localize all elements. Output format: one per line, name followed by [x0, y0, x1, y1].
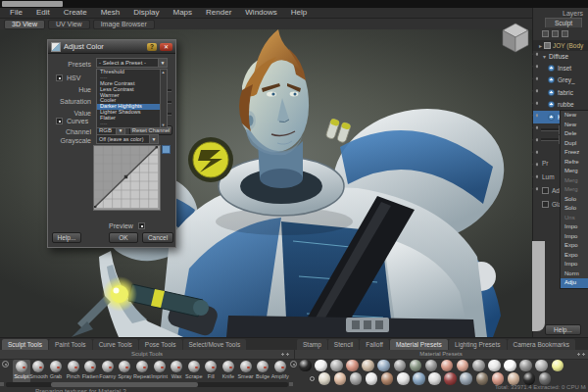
menu-item[interactable]: Display [127, 8, 165, 18]
context-menu-item[interactable]: Merg [561, 167, 588, 176]
cancel-button[interactable]: Cancel [142, 232, 173, 243]
view-tab[interactable]: Image Browser [93, 20, 155, 29]
tray-tab[interactable]: Material Presets [390, 339, 448, 350]
tray-pager-dots[interactable] [576, 353, 585, 356]
context-menu-item[interactable]: Norm [561, 270, 588, 279]
tray-tab[interactable]: Pose Tools [139, 339, 182, 350]
grayscale-dropdown[interactable]: Off (leave as color)▼ [96, 134, 159, 144]
layer-row[interactable]: Grey_ [533, 74, 588, 87]
material-swatch[interactable] [315, 360, 327, 372]
presets-dropdown[interactable]: - Select a Preset -▼ [96, 58, 168, 68]
dialog-help-icon[interactable]: ? [147, 43, 157, 51]
material-swatch[interactable] [394, 360, 407, 372]
view-tab[interactable]: UV View [48, 20, 90, 29]
material-swatch[interactable] [350, 372, 363, 385]
tray-tab[interactable]: Select/Move Tools [183, 339, 247, 350]
material-swatch[interactable] [492, 372, 505, 385]
tray-tab[interactable]: Lighting Presets [449, 339, 507, 350]
channel-row[interactable]: ▾ Diffuse [533, 51, 588, 62]
menu-item[interactable]: Maps [168, 8, 199, 18]
hsv-checkbox[interactable] [56, 74, 63, 81]
material-swatch[interactable] [299, 360, 312, 372]
list-scrollbar[interactable] [160, 70, 167, 127]
material-swatch[interactable] [397, 372, 410, 385]
material-swatch[interactable] [457, 360, 469, 372]
delete-layer-icon[interactable] [562, 30, 568, 37]
layer-visibility-eye-icon[interactable] [548, 114, 555, 121]
material-swatch[interactable] [444, 372, 457, 385]
menu-item[interactable]: Render [200, 8, 237, 18]
dialog-close-icon[interactable]: ✕ [160, 43, 172, 51]
sculpt-tool[interactable]: Scrape [185, 360, 203, 383]
menu-item[interactable]: Create [58, 8, 93, 18]
add-material-icon[interactable] [310, 376, 315, 381]
preview-checkbox[interactable] [138, 222, 145, 229]
context-menu-item[interactable]: New [561, 121, 588, 130]
context-menu-item[interactable]: Expo [561, 251, 588, 261]
sculpt-tool[interactable]: Smear [237, 360, 255, 383]
layer-group-row[interactable]: ▸ JOY (Body [533, 40, 588, 51]
menu-item[interactable]: Edit [30, 8, 56, 18]
scroll-right-button[interactable] [289, 382, 293, 386]
view-tab[interactable]: 3D View [4, 20, 45, 29]
ok-button[interactable]: OK [109, 232, 138, 243]
context-menu-item[interactable]: Dupl [561, 139, 588, 149]
material-swatch[interactable] [488, 360, 501, 372]
scrollbar-thumb[interactable] [51, 382, 198, 387]
expand-caret-icon[interactable]: ▾ [543, 53, 546, 60]
context-menu-item[interactable]: Freez [561, 148, 588, 158]
material-swatch[interactable] [318, 372, 331, 385]
sculpt-tool[interactable]: Grab [47, 360, 65, 383]
layer-visibility-eye-icon[interactable] [548, 76, 555, 83]
sculpt-tool[interactable]: Flatten [81, 360, 99, 383]
material-swatch[interactable] [425, 360, 438, 372]
context-menu-item[interactable]: Merg [561, 176, 588, 186]
material-swatch[interactable] [539, 372, 552, 385]
context-menu-item[interactable]: Adju [561, 278, 588, 288]
material-swatch[interactable] [366, 372, 378, 385]
sculpt-tool[interactable]: Bulge [254, 360, 271, 383]
material-swatch[interactable] [362, 360, 374, 372]
curve-graph[interactable] [93, 145, 161, 211]
tray-tab[interactable]: Camera Bookmarks [508, 339, 575, 350]
dialog-help-button[interactable]: Help... [52, 232, 81, 243]
context-menu-item[interactable]: Merg [561, 185, 588, 195]
sculpt-tool[interactable]: Repeat [133, 360, 151, 383]
layer-visibility-eye-icon[interactable] [548, 101, 555, 108]
layer-visibility-eye-icon[interactable] [548, 89, 555, 96]
context-menu-item[interactable]: Impo [561, 260, 588, 270]
material-swatch[interactable] [535, 360, 548, 372]
material-swatch[interactable] [410, 360, 422, 372]
material-swatch[interactable] [334, 372, 347, 385]
material-swatch[interactable] [428, 372, 441, 385]
menu-item[interactable]: Help [285, 8, 313, 18]
layer-row[interactable]: Inset [533, 62, 588, 74]
material-swatch[interactable] [346, 360, 359, 372]
sculpt-tool[interactable]: Wax [168, 360, 185, 383]
tray-tab[interactable]: Stamp [297, 339, 327, 350]
layer-row[interactable]: fabric [533, 86, 588, 99]
view-cube-icon[interactable] [501, 22, 530, 53]
menu-item[interactable]: Mesh [95, 8, 126, 18]
collapse-caret-icon[interactable]: ▸ [539, 42, 542, 49]
tray-tab[interactable]: Falloff [360, 339, 389, 350]
sculpt-tool[interactable]: Knife [220, 360, 237, 383]
sculpt-tool[interactable]: Imprint [151, 360, 169, 383]
dialog-titlebar[interactable]: Adjust Color ? ✕ [48, 40, 175, 54]
context-menu-item[interactable]: Impo [561, 222, 588, 232]
menu-item[interactable]: File [4, 8, 28, 18]
material-swatch[interactable] [508, 372, 520, 385]
tray-tab[interactable]: Paint Tools [49, 339, 92, 350]
material-swatch[interactable] [377, 360, 390, 372]
material-swatch[interactable] [330, 360, 343, 372]
material-swatch[interactable] [413, 372, 425, 385]
material-swatch[interactable] [381, 372, 394, 385]
curve-options-icon[interactable] [162, 145, 171, 154]
curves-checkbox[interactable] [56, 118, 63, 124]
new-layer-icon[interactable] [542, 30, 549, 37]
menu-item[interactable]: Windows [239, 8, 282, 18]
tab-sculpt-layers[interactable]: Sculpt [545, 18, 582, 27]
tray-tab[interactable]: Sculpt Tools [2, 339, 48, 350]
tray-tab[interactable]: Stencil [328, 339, 360, 350]
context-menu-item[interactable]: Solo [561, 195, 588, 205]
